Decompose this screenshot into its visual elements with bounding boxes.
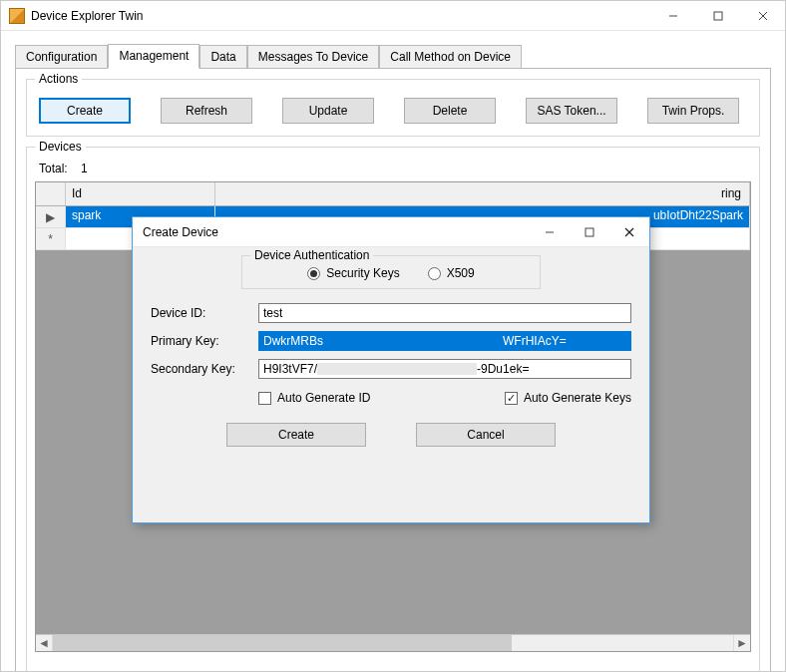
tab-management[interactable]: Management [108, 44, 199, 69]
window-title: Device Explorer Twin [31, 9, 144, 23]
devices-legend: Devices [35, 140, 86, 154]
app-icon [9, 8, 25, 24]
dialog-minimize-button[interactable] [530, 217, 570, 246]
refresh-button[interactable]: Refresh [161, 98, 252, 124]
grid-header: Id ring [36, 182, 750, 206]
create-device-dialog: Create Device Device Authentication Secu… [132, 216, 650, 523]
device-auth-legend: Device Authentication [250, 248, 373, 262]
actions-legend: Actions [35, 72, 82, 86]
radio-label: X509 [447, 266, 475, 280]
tab-configuration[interactable]: Configuration [15, 45, 108, 69]
secondary-key-value-right: -9Du1ek= [477, 362, 529, 376]
sas-token-button[interactable]: SAS Token... [526, 98, 617, 124]
horizontal-scrollbar[interactable]: ◄ ► [36, 634, 750, 651]
maximize-button[interactable] [695, 1, 740, 30]
auto-generate-id-checkbox[interactable]: Auto Generate ID [258, 391, 370, 405]
dialog-cancel-button[interactable]: Cancel [416, 423, 556, 447]
radio-icon [307, 267, 320, 280]
checkbox-label: Auto Generate ID [277, 391, 370, 405]
device-id-input[interactable]: test [258, 303, 631, 323]
row-new-indicator-icon: * [36, 228, 66, 250]
grid-header-selector [36, 182, 66, 205]
checkbox-label: Auto Generate Keys [524, 391, 631, 405]
secondary-key-label: Secondary Key: [151, 362, 258, 376]
dialog-maximize-button[interactable] [570, 217, 609, 246]
title-bar: Device Explorer Twin [1, 1, 785, 31]
actions-group: Actions Create Refresh Update Delete SAS… [26, 79, 760, 137]
radio-label: Security Keys [326, 266, 399, 280]
radio-icon [428, 267, 441, 280]
secondary-key-input[interactable]: H9I3tVF7/ -9Du1ek= [258, 359, 631, 379]
devices-total: Total: 1 [39, 162, 751, 175]
primary-key-value-left: DwkrMRBs [263, 334, 323, 348]
dialog-title: Create Device [143, 225, 218, 239]
dialog-close-button[interactable] [609, 217, 649, 246]
dialog-create-button[interactable]: Create [226, 423, 366, 447]
device-auth-group: Device Authentication Security Keys X509 [241, 255, 541, 289]
primary-key-value-right: WFrHIAcY= [503, 334, 567, 348]
tab-panel-management: Actions Create Refresh Update Delete SAS… [15, 68, 771, 672]
tab-strip: Configuration Management Data Messages T… [1, 31, 785, 68]
devices-total-value: 1 [81, 162, 88, 175]
primary-key-label: Primary Key: [151, 334, 258, 348]
scroll-thumb[interactable] [53, 635, 512, 651]
tab-messages-to-device[interactable]: Messages To Device [247, 45, 380, 69]
secondary-key-value-left: H9I3tVF7/ [263, 362, 317, 376]
minimize-button[interactable] [650, 1, 695, 30]
delete-button[interactable]: Delete [404, 98, 496, 124]
primary-key-input[interactable]: DwkrMRBs WFrHIAcY= [258, 331, 631, 351]
device-id-label: Device ID: [151, 306, 258, 320]
tab-call-method[interactable]: Call Method on Device [379, 45, 522, 69]
checkbox-icon [505, 392, 518, 405]
scroll-left-icon[interactable]: ◄ [36, 635, 53, 651]
radio-security-keys[interactable]: Security Keys [307, 266, 399, 280]
scroll-right-icon[interactable]: ► [733, 635, 750, 651]
tab-data[interactable]: Data [199, 45, 246, 69]
row-indicator-icon: ▶ [36, 206, 66, 228]
create-button[interactable]: Create [39, 98, 131, 124]
close-button[interactable] [740, 1, 785, 30]
radio-x509[interactable]: X509 [428, 266, 475, 280]
secondary-key-value-redacted [317, 363, 477, 375]
svg-rect-1 [714, 12, 722, 20]
update-button[interactable]: Update [282, 98, 374, 124]
devices-total-label: Total: [39, 162, 68, 175]
dialog-title-bar: Create Device [133, 217, 649, 247]
svg-rect-5 [586, 228, 593, 236]
auto-generate-keys-checkbox[interactable]: Auto Generate Keys [505, 391, 631, 405]
checkbox-icon [258, 392, 271, 405]
grid-header-connstring[interactable]: ring [215, 182, 750, 205]
scroll-track[interactable] [53, 635, 733, 651]
grid-header-id[interactable]: Id [66, 182, 215, 205]
twin-props-button[interactable]: Twin Props. [647, 98, 739, 124]
